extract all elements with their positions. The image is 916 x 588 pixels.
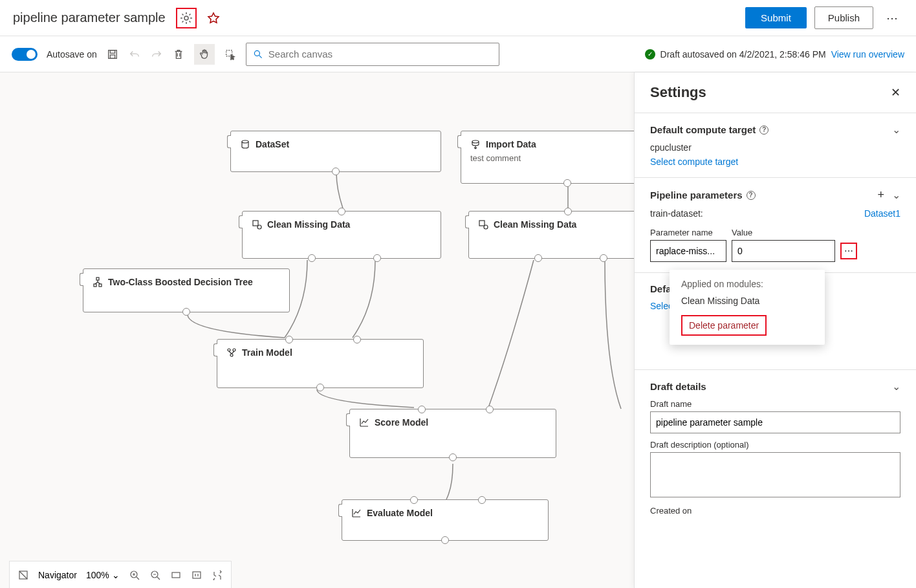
train-icon — [226, 347, 237, 358]
search-icon — [253, 49, 263, 60]
node-score-model[interactable]: Score Model — [349, 409, 556, 458]
navigator-label[interactable]: Navigator — [38, 570, 77, 580]
train-dataset-value[interactable]: Dataset1 — [864, 208, 900, 219]
draft-desc-input[interactable] — [650, 452, 900, 497]
svg-point-6 — [242, 140, 248, 143]
node-title: Evaluate Model — [367, 508, 433, 518]
svg-rect-3 — [110, 54, 114, 58]
add-param-icon[interactable]: + — [877, 188, 884, 202]
check-icon: ✓ — [645, 49, 655, 60]
draft-section-title: Draft details — [650, 381, 706, 392]
popup-module-item[interactable]: Clean Missing Data — [681, 296, 813, 306]
database-icon — [240, 139, 250, 149]
autosave-toggle[interactable] — [12, 48, 38, 61]
node-import-data[interactable]: Import Data test comment — [461, 131, 634, 184]
gear-small-icon — [252, 219, 262, 230]
node-title: Clean Missing Data — [494, 219, 576, 230]
svg-point-17 — [230, 354, 233, 356]
submit-button[interactable]: Submit — [745, 7, 807, 28]
node-clean-missing-2[interactable]: Clean Missing Data — [468, 211, 634, 259]
svg-rect-12 — [96, 278, 99, 280]
svg-rect-14 — [99, 284, 102, 287]
search-input[interactable] — [268, 49, 492, 60]
svg-rect-22 — [193, 572, 201, 578]
save-icon[interactable] — [106, 48, 119, 61]
svg-point-15 — [228, 349, 230, 351]
undo-icon[interactable] — [128, 48, 141, 61]
toolbar: Autosave on ✓ Draft autosaved on 4/2/202… — [0, 36, 916, 72]
more-actions-icon[interactable]: ⋯ — [881, 11, 903, 25]
chevron-down-icon[interactable]: ⌄ — [892, 124, 900, 136]
select-icon[interactable] — [224, 48, 237, 61]
svg-point-16 — [233, 349, 235, 351]
svg-rect-1 — [109, 50, 117, 58]
params-section-title: Pipeline parameters — [650, 190, 743, 201]
actual-size-icon[interactable] — [191, 569, 202, 581]
help-icon[interactable]: ? — [747, 191, 756, 200]
delete-parameter-button[interactable]: Delete parameter — [681, 315, 767, 336]
navigator-icon[interactable] — [17, 569, 29, 581]
node-two-class[interactable]: Two-Class Boosted Decision Tree — [83, 268, 290, 312]
chevron-down-icon[interactable]: ⌄ — [892, 189, 900, 201]
header-bar: pipeline parameter sample Submit Publish… — [0, 0, 916, 36]
svg-point-9 — [257, 225, 261, 229]
node-train-model[interactable]: Train Model — [217, 339, 424, 388]
draft-name-input[interactable] — [650, 411, 900, 433]
compute-section-title: Default compute target — [650, 124, 756, 135]
created-on-label: Created on — [650, 506, 900, 516]
settings-gear-highlight[interactable] — [176, 8, 197, 28]
param-popup: Applied on modules: Clean Missing Data D… — [670, 270, 825, 345]
svg-point-5 — [254, 50, 259, 56]
pan-icon[interactable] — [194, 44, 215, 65]
node-evaluate-model[interactable]: Evaluate Model — [342, 499, 549, 541]
auto-layout-icon[interactable] — [212, 569, 223, 581]
star-icon[interactable] — [207, 12, 220, 25]
param-value-label: Value — [732, 228, 752, 237]
bottom-bar: Navigator 100%⌄ — [9, 561, 232, 588]
fit-screen-icon[interactable] — [170, 569, 182, 581]
node-title: Train Model — [242, 347, 292, 358]
search-canvas-box[interactable] — [246, 43, 499, 66]
train-dataset-label: train-dataset: — [650, 208, 703, 219]
delete-icon[interactable] — [172, 48, 185, 61]
autosave-label: Autosave on — [47, 49, 97, 60]
publish-button[interactable]: Publish — [814, 6, 873, 29]
chevron-down-icon: ⌄ — [112, 570, 120, 580]
import-icon — [470, 139, 481, 149]
svg-rect-10 — [479, 221, 485, 226]
autosave-status: Draft autosaved on 4/2/2021, 2:58:46 PM — [660, 49, 826, 60]
param-more-icon[interactable]: ⋯ — [840, 243, 857, 259]
gear-icon — [180, 12, 193, 25]
svg-rect-2 — [110, 50, 114, 53]
svg-point-0 — [184, 16, 188, 20]
node-title: Score Model — [375, 417, 428, 428]
redo-icon[interactable] — [150, 48, 163, 61]
node-title: DataSet — [256, 139, 289, 149]
compute-name: cpucluster — [650, 142, 900, 153]
view-run-link[interactable]: View run overview — [831, 49, 904, 60]
node-dataset[interactable]: DataSet — [230, 131, 441, 172]
zoom-level[interactable]: 100%⌄ — [86, 570, 120, 580]
param-name-input[interactable] — [650, 240, 726, 262]
param-value-input[interactable] — [732, 240, 835, 262]
status-group: ✓ Draft autosaved on 4/2/2021, 2:58:46 P… — [645, 49, 904, 60]
zoom-out-icon[interactable] — [149, 569, 161, 581]
svg-point-11 — [484, 225, 488, 229]
node-title: Two-Class Boosted Decision Tree — [108, 277, 253, 287]
chevron-down-icon[interactable]: ⌄ — [892, 380, 900, 393]
select-compute-link[interactable]: Select compute target — [650, 157, 900, 167]
node-title: Import Data — [486, 139, 536, 149]
node-clean-missing-1[interactable]: Clean Missing Data — [242, 211, 441, 259]
settings-panel: Settings ✕ Default compute target ? ⌄ cp… — [634, 72, 916, 588]
compute-section: Default compute target ? ⌄ cpucluster Se… — [635, 113, 916, 177]
help-icon[interactable]: ? — [759, 125, 769, 135]
draft-name-label: Draft name — [650, 399, 900, 409]
zoom-in-icon[interactable] — [129, 569, 140, 581]
close-icon[interactable]: ✕ — [891, 85, 900, 100]
popup-label: Applied on modules: — [681, 279, 813, 289]
param-name-label: Parameter name — [650, 228, 726, 237]
evaluate-icon — [351, 508, 362, 518]
pipeline-canvas[interactable]: DataSet Import Data test comment Clean M… — [0, 72, 634, 588]
gear-small-icon — [478, 219, 488, 230]
params-section: Pipeline parameters ? + ⌄ train-dataset:… — [635, 177, 916, 272]
